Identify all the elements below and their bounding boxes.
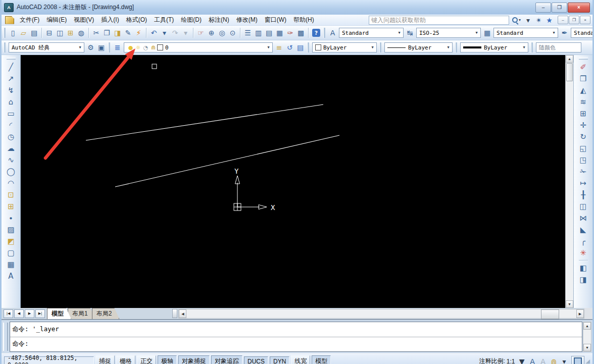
revision-cloud-icon[interactable]: ☁ <box>6 142 16 154</box>
drawing-canvas[interactable] <box>21 55 565 308</box>
region-icon[interactable]: ▢ <box>6 247 16 258</box>
toggle-lineweight[interactable]: 线宽 <box>291 355 310 364</box>
toolbar-grip[interactable] <box>455 42 457 53</box>
hatch-icon[interactable]: ▨ <box>6 224 16 235</box>
polyline-icon[interactable]: ↯ <box>6 84 16 96</box>
array-icon[interactable]: ⊞ <box>578 108 588 119</box>
trim-icon[interactable]: ✁ <box>578 166 588 177</box>
command-scrollbar[interactable]: ▲ ▼ <box>583 322 591 352</box>
make-object-layer-current-icon[interactable]: ≡ <box>274 42 284 53</box>
draworder-bring-to-front-icon[interactable]: ◧ <box>578 262 588 274</box>
annotation-scale-value[interactable]: 1:1 <box>507 358 515 364</box>
zoom-window-icon[interactable]: ◎ <box>217 28 227 38</box>
ellipse-icon[interactable]: ◯ <box>6 166 16 177</box>
new-icon[interactable]: ▯ <box>8 28 18 38</box>
rectangle-icon[interactable]: ▭ <box>6 108 16 119</box>
minimize-button[interactable]: – <box>535 3 551 13</box>
scroll-up-icon[interactable]: ▲ <box>583 322 591 330</box>
sheet-set-manager-icon[interactable]: ▦ <box>274 28 285 38</box>
table-icon[interactable]: ▦ <box>6 258 16 270</box>
open-icon[interactable]: ▱ <box>18 28 29 38</box>
menu-edit[interactable]: 编辑(E) <box>43 15 70 25</box>
tab-model[interactable]: 模型 <box>47 308 71 319</box>
tab-layout1[interactable]: 布局1 <box>68 308 95 319</box>
document-restore-button[interactable]: ❐ <box>569 16 579 24</box>
chevron-down-icon[interactable]: ▼ <box>473 31 480 35</box>
toolbar-grip[interactable] <box>579 57 588 60</box>
properties-palette-icon[interactable]: ☰ <box>242 28 253 38</box>
horizontal-scroll-thumb[interactable] <box>541 309 559 319</box>
explode-icon[interactable]: ✳ <box>578 247 588 258</box>
favorites-icon[interactable]: ★ <box>544 15 555 25</box>
scroll-down-icon[interactable]: ▼ <box>566 300 573 308</box>
publish-icon[interactable]: ⊞ <box>65 28 76 38</box>
help-search-input[interactable] <box>369 16 509 25</box>
menu-help[interactable]: 帮助(H) <box>290 15 318 25</box>
toggle-ortho[interactable]: 正交 <box>137 355 156 364</box>
chevron-down-icon[interactable]: ▼ <box>550 31 558 35</box>
search-icon[interactable] <box>512 17 518 23</box>
line-icon[interactable]: ╱ <box>6 61 16 73</box>
save-icon[interactable]: ▤ <box>29 28 39 38</box>
menu-dimension[interactable]: 标注(N) <box>205 15 233 25</box>
offset-icon[interactable]: ≋ <box>578 96 588 108</box>
toolbar-lock-icon[interactable]: ⋒ <box>549 356 559 364</box>
markup-set-manager-icon[interactable]: ✑ <box>285 28 295 38</box>
block-editor-icon[interactable]: ⚡ <box>133 28 144 38</box>
horizontal-scroll-track[interactable] <box>186 309 576 318</box>
scale-icon[interactable]: ◱ <box>578 142 588 154</box>
close-button[interactable]: × <box>568 3 590 13</box>
toggle-model-space[interactable]: 模型 <box>312 355 331 364</box>
menu-insert[interactable]: 插入(I) <box>97 15 122 25</box>
coordinate-display[interactable]: -487.5640, 818.8125, 0.0000 <box>4 356 94 364</box>
toggle-osnap[interactable]: 对象捕捉 <box>178 355 210 364</box>
layer-previous-icon[interactable]: ↺ <box>284 42 295 53</box>
annotation-scale-dropdown-icon[interactable]: ▼ <box>517 356 527 364</box>
quickcalc-icon[interactable]: ▩ <box>295 28 306 38</box>
extend-icon[interactable]: ↦ <box>578 177 588 189</box>
arc-icon[interactable]: ◜ <box>6 119 16 131</box>
chevron-down-icon[interactable]: ▼ <box>369 45 376 49</box>
chevron-down-icon[interactable]: ▼ <box>76 45 84 49</box>
multileader-style-icon[interactable]: ✒ <box>559 28 570 38</box>
match-properties-icon[interactable]: ✎ <box>123 28 133 38</box>
document-close-button[interactable]: × <box>580 16 590 24</box>
communication-center-icon[interactable]: ✴ <box>533 15 544 25</box>
fillet-icon[interactable]: ╭ <box>578 235 588 247</box>
rotate-icon[interactable]: ↻ <box>578 131 588 142</box>
menu-modify[interactable]: 修改(M) <box>233 15 261 25</box>
scroll-right-icon[interactable]: ▶ <box>576 309 584 318</box>
layer-unlock-icon[interactable]: ⋒ <box>150 42 157 53</box>
pan-icon[interactable]: ☞ <box>195 28 206 38</box>
chevron-down-icon[interactable]: ▼ <box>395 31 403 35</box>
clean-screen-button[interactable] <box>571 356 584 364</box>
multileader-style-combo[interactable]: Standard <box>571 28 592 38</box>
last-tab-icon[interactable]: ▶| <box>35 309 45 318</box>
toggle-ducs[interactable]: DUCS <box>244 356 268 364</box>
multiline-text-icon[interactable]: A <box>6 270 16 282</box>
toggle-grid[interactable]: 栅格 <box>116 355 135 364</box>
canvas-horizontal-scrollbar[interactable]: ◀ ▶ <box>178 309 584 319</box>
scroll-up-icon[interactable]: ▲ <box>566 55 573 63</box>
gradient-icon[interactable]: ◩ <box>6 235 16 247</box>
scroll-down-icon[interactable]: ▼ <box>583 344 591 351</box>
toolbar-grip[interactable] <box>7 57 16 60</box>
polygon-icon[interactable]: ⌂ <box>6 96 16 108</box>
undo-dropdown-icon[interactable]: ▾ <box>159 28 170 38</box>
annotation-autoscale-icon[interactable]: A <box>538 356 549 364</box>
zoom-realtime-icon[interactable]: ⊕ <box>206 28 217 38</box>
stretch-icon[interactable]: ◳ <box>578 154 588 166</box>
menu-tools[interactable]: 工具(T) <box>151 15 177 25</box>
toolbar-grip[interactable] <box>4 42 6 53</box>
spline-icon[interactable]: ∿ <box>6 154 16 166</box>
break-at-point-icon[interactable]: ╂ <box>578 189 588 200</box>
prev-tab-icon[interactable]: ◀ <box>14 309 24 318</box>
ellipse-arc-icon[interactable]: ◠ <box>6 177 16 189</box>
draworder-send-to-back-icon[interactable]: ◨ <box>578 274 588 285</box>
chevron-down-icon[interactable]: ▾ <box>519 18 521 22</box>
layer-states-manager-icon[interactable]: ▤ <box>295 42 306 53</box>
dim-style-icon[interactable]: ↹ <box>405 28 415 38</box>
command-text-area[interactable]: 命令: '_layer 命令: <box>10 322 582 352</box>
copy-object-icon[interactable]: ❐ <box>578 73 588 84</box>
menu-window[interactable]: 窗口(W) <box>261 15 290 25</box>
